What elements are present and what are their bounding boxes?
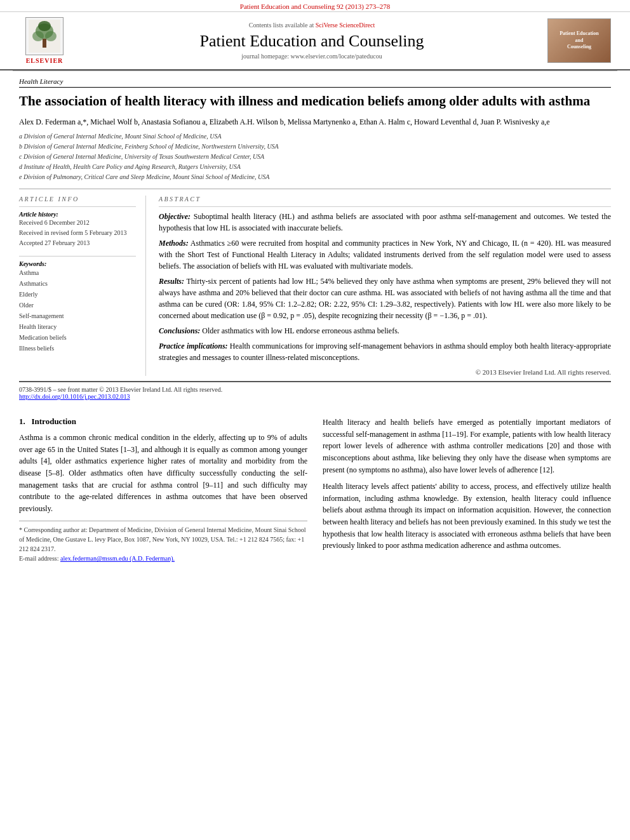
affiliation-c: c Division of General Internal Medicine,… [19, 152, 611, 162]
right-para-1: Health literacy and health beliefs have … [323, 417, 611, 476]
abstract-practice: Practice implications: Health communicat… [159, 340, 611, 363]
abstract-results: Results: Thirty-six percent of patients … [159, 276, 611, 321]
elsevier-tree-image [25, 17, 64, 55]
footnote-star-text: * Corresponding author at: Department of… [19, 525, 307, 554]
svg-point-5 [38, 21, 51, 31]
section-label: Health Literacy [19, 77, 611, 88]
authors-line: Alex D. Federman a,*, Michael Wolf b, An… [19, 116, 611, 128]
article-title: The association of health literacy with … [19, 93, 611, 110]
conclusions-text: Older asthmatics with low HL endorse err… [202, 326, 399, 335]
svg-rect-4 [43, 39, 46, 48]
affiliation-b: b Division of General Internal Medicine,… [19, 142, 611, 152]
journal-header: ELSEVIER Contents lists available at Sci… [0, 12, 630, 70]
abstract-conclusions: Conclusions: Older asthmatics with low H… [159, 325, 611, 337]
body-right-column: Health literacy and health beliefs have … [323, 417, 611, 563]
journal-name: Patient Education and Counseling [76, 31, 547, 51]
conclusions-label: Conclusions: [159, 326, 200, 335]
body-left-column: 1. Introduction Asthma is a common chron… [19, 417, 307, 563]
methods-label: Methods: [159, 239, 189, 248]
cover-text: Patient EducationandCounseling [560, 30, 599, 50]
sciverse-link[interactable]: SciVerse ScienceDirect [316, 22, 375, 29]
contents-available-line: Contents lists available at SciVerse Sci… [76, 22, 547, 29]
keyword-6: Health literacy [19, 321, 136, 332]
objective-label: Objective: [159, 212, 191, 221]
contents-text: Contents lists available at [249, 22, 314, 29]
info-divider-2 [19, 256, 136, 257]
intro-heading: 1. Introduction [19, 417, 307, 427]
keywords-block: Keywords: Asthma Asthmatics Elderly Olde… [19, 260, 136, 354]
article-info-header: A R T I C L E I N F O [19, 196, 136, 203]
info-divider-1 [19, 206, 136, 207]
accepted-date: Accepted 27 February 2013 [19, 238, 136, 248]
affiliation-a: a Division of General Internal Medicine,… [19, 131, 611, 142]
right-para-2: Health literacy levels affect patients' … [323, 481, 611, 552]
journal-citation-bar: Patient Education and Counseling 92 (201… [0, 0, 630, 12]
svg-point-2 [32, 31, 44, 41]
elsevier-logo: ELSEVIER [13, 17, 76, 64]
abstract-divider [159, 206, 611, 207]
keyword-4: Older [19, 300, 136, 310]
section-number: 1. [19, 417, 25, 426]
article-info-abstract: A R T I C L E I N F O Article history: R… [19, 189, 611, 376]
keywords-label: Keywords: [19, 260, 136, 267]
elsevier-tree-icon [29, 20, 60, 53]
practice-label: Practice implications: [159, 342, 228, 350]
journal-homepage: journal homepage: www.elsevier.com/locat… [76, 53, 547, 60]
doi-line: http://dx.doi.org/10.1016/j.pec.2013.02.… [19, 393, 611, 400]
revised-date: Received in revised form 5 February 2013 [19, 228, 136, 238]
keyword-3: Elderly [19, 289, 136, 300]
journal-cover-image: Patient EducationandCounseling [547, 18, 611, 63]
copyright-line: © 2013 Elsevier Ireland Ltd. All rights … [159, 368, 611, 376]
section-title: Introduction [32, 417, 77, 426]
affiliation-e: e Division of Pulmonary, Critical Care a… [19, 172, 611, 182]
elsevier-brand-text: ELSEVIER [26, 57, 64, 64]
received-date: Received 6 December 2012 [19, 218, 136, 228]
keyword-8: Illness beliefs [19, 343, 136, 354]
methods-text: Asthmatics ≥60 were recruited from hospi… [159, 239, 611, 270]
keywords-list: Asthma Asthmatics Elderly Older Self-man… [19, 267, 136, 354]
keyword-5: Self-management [19, 310, 136, 321]
issn-line: 0738-3991/$ – see front matter © 2013 El… [19, 386, 611, 393]
doi-link[interactable]: http://dx.doi.org/10.1016/j.pec.2013.02.… [19, 393, 130, 400]
results-label: Results: [159, 277, 184, 286]
footnote-email: E-mail address: alex.federman@mssm.edu (… [19, 554, 307, 563]
footer-section: 0738-3991/$ – see front matter © 2013 El… [0, 382, 630, 404]
results-text: Thirty-six percent of patients had low H… [159, 277, 611, 320]
email-address[interactable]: alex.federman@mssm.edu (A.D. Federman). [60, 555, 175, 562]
abstract-column: A B S T R A C T Objective: Suboptimal he… [159, 196, 611, 376]
svg-point-3 [45, 31, 57, 41]
affiliations: a Division of General Internal Medicine,… [19, 131, 611, 182]
history-label: Article history: [19, 211, 136, 218]
abstract-header: A B S T R A C T [159, 196, 611, 203]
intro-paragraph: Asthma is a common chronic medical condi… [19, 432, 307, 514]
journal-cover-area: Patient EducationandCounseling [547, 18, 617, 63]
article-section: Health Literacy The association of healt… [0, 71, 630, 381]
keyword-2: Asthmatics [19, 278, 136, 289]
footnote-section: * Corresponding author at: Department of… [19, 521, 307, 563]
keyword-1: Asthma [19, 267, 136, 278]
affiliation-d: d Institute of Health, Health Care Polic… [19, 162, 611, 172]
email-label: E-mail address: [19, 555, 58, 562]
article-info-column: A R T I C L E I N F O Article history: R… [19, 196, 146, 376]
body-content: 1. Introduction Asthma is a common chron… [0, 404, 630, 570]
abstract-methods: Methods: Asthmatics ≥60 were recruited f… [159, 237, 611, 272]
objective-text: Suboptimal health literacy (HL) and asth… [159, 212, 611, 232]
journal-title-area: Contents lists available at SciVerse Sci… [76, 22, 547, 60]
article-history-block: Article history: Received 6 December 201… [19, 211, 136, 248]
abstract-objective: Objective: Suboptimal health literacy (H… [159, 211, 611, 234]
journal-citation-text: Patient Education and Counseling 92 (201… [240, 3, 390, 10]
keyword-7: Medication beliefs [19, 332, 136, 343]
elsevier-logo-area: ELSEVIER [13, 17, 76, 64]
